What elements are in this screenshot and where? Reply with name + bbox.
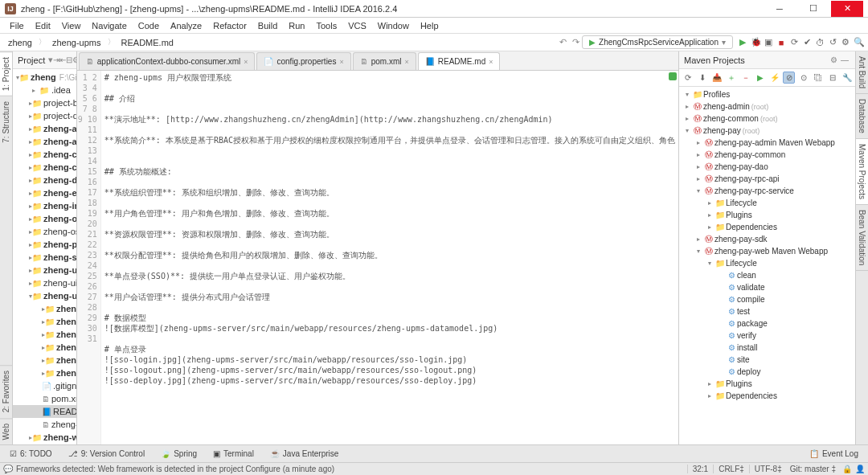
editor-tab[interactable]: 📄config.properties×: [256, 52, 350, 70]
project-tree-item[interactable]: ▸📁zheng-shop: [13, 251, 76, 264]
search-button[interactable]: 🔍: [852, 37, 865, 47]
menu-code[interactable]: Code: [133, 19, 164, 32]
readonly-lock-icon[interactable]: 🔒: [839, 465, 855, 473]
breadcrumb-item[interactable]: zheng-upms: [47, 36, 106, 49]
project-tree-item[interactable]: ▸📁zheng-upms-rpc-service: [13, 354, 76, 366]
project-tree-item[interactable]: ▸📁zheng-pay: [13, 238, 76, 251]
maven-tree-item[interactable]: ⚙install: [679, 342, 855, 354]
vcs-revert-button[interactable]: ↺: [826, 37, 839, 47]
tree-twistie[interactable]: ▸: [705, 392, 714, 399]
close-tab-icon[interactable]: ×: [489, 58, 493, 66]
maven-tree-item[interactable]: ⚙verify: [679, 330, 855, 342]
hector-icon[interactable]: 👤: [855, 465, 865, 473]
project-tree-item[interactable]: ▸📁zheng-upms-common: [13, 315, 76, 328]
menu-view[interactable]: View: [57, 19, 86, 32]
project-tree-item[interactable]: 📄.gitignore: [13, 444, 76, 444]
show-deps-icon[interactable]: ⿻: [812, 72, 824, 84]
maven-tree-item[interactable]: ▾📁Profiles: [679, 88, 855, 100]
maven-tree-item[interactable]: ▸Ⓜzheng-pay-sdk: [679, 233, 855, 245]
tree-twistie[interactable]: ▸: [29, 87, 39, 94]
maven-tool-tab[interactable]: Maven Projects: [856, 139, 868, 205]
project-tree-item[interactable]: ▸📁project-bootstrap: [13, 96, 76, 109]
maven-tree[interactable]: ▾📁Profiles▸Ⓜzheng-admin(root)▸Ⓜzheng-com…: [679, 87, 855, 444]
favorites-tool-tab[interactable]: 2: Favorites: [0, 365, 12, 417]
menu-file[interactable]: File: [5, 19, 29, 32]
project-tree-item[interactable]: ▸📁zheng-common: [13, 161, 76, 174]
reimport-icon[interactable]: ⟳: [682, 72, 694, 84]
maven-tree-item[interactable]: ▸📁Plugins: [679, 209, 855, 221]
tree-twistie[interactable]: ▾: [682, 127, 692, 134]
bottom-tool-tab[interactable]: 🍃Spring: [154, 448, 203, 460]
menu-navigate[interactable]: Navigate: [87, 19, 131, 32]
nav-forward-button[interactable]: ↷: [569, 37, 582, 47]
vcs-commit-button[interactable]: ✔: [800, 37, 813, 47]
gear-icon[interactable]: ⚙: [828, 55, 839, 64]
add-maven-project-icon[interactable]: ＋: [725, 72, 737, 84]
project-structure-button[interactable]: ⚙: [839, 37, 852, 47]
project-root[interactable]: ▾📁zhengF:\GitHub\zheng: [13, 71, 76, 84]
maven-tree-item[interactable]: ⚙clean: [679, 269, 855, 281]
project-tree-item[interactable]: 🗎zheng-upms.iml: [13, 418, 76, 431]
remove-maven-project-icon[interactable]: －: [739, 72, 751, 84]
menu-refactor[interactable]: Refactor: [208, 19, 252, 32]
close-tab-icon[interactable]: ×: [339, 58, 343, 66]
project-tree-item[interactable]: ▸📁zheng-ui: [13, 276, 76, 289]
run-button[interactable]: ▶: [736, 37, 749, 47]
bottom-tool-tab[interactable]: ☑6: TODO: [3, 448, 59, 460]
maven-tree-item[interactable]: ▸📁Lifecycle: [679, 197, 855, 209]
caret-position[interactable]: 32:1: [687, 465, 713, 473]
editor-tab[interactable]: 🗎pom.xml×: [353, 52, 416, 70]
tree-twistie[interactable]: ▸: [694, 163, 703, 170]
maven-tree-item[interactable]: ⚙site: [679, 354, 855, 366]
bottom-tool-tab[interactable]: ▣Terminal: [207, 448, 260, 460]
menu-analyze[interactable]: Analyze: [166, 19, 207, 32]
menu-help[interactable]: Help: [416, 19, 444, 32]
project-tree-item[interactable]: ▸📁zheng-demo: [13, 174, 76, 186]
web-tool-tab[interactable]: Web: [0, 418, 12, 444]
download-sources-icon[interactable]: 📥: [710, 72, 723, 84]
run-maven-icon[interactable]: ▶: [754, 72, 766, 84]
vcs-update-button[interactable]: ⟳: [788, 37, 800, 47]
close-tab-icon[interactable]: ×: [244, 58, 248, 66]
tree-twistie[interactable]: ▸: [694, 151, 703, 158]
bottom-tool-tab[interactable]: ⎇9: Version Control: [62, 448, 152, 460]
project-tree[interactable]: ▾📁zhengF:\GitHub\zheng▸📁.idea▸📁project-b…: [13, 69, 76, 444]
project-tree-item[interactable]: ▸📁zheng-eoms: [13, 186, 76, 199]
debug-button[interactable]: 🐞: [749, 37, 762, 47]
maven-tree-item[interactable]: ▸Ⓜzheng-admin(root): [679, 100, 855, 113]
menu-window[interactable]: Window: [373, 19, 414, 32]
project-tree-item[interactable]: ▾📁zheng-upms: [13, 289, 76, 302]
nav-back-button[interactable]: ↶: [556, 37, 569, 47]
tree-twistie[interactable]: ▸: [705, 380, 714, 387]
project-tree-item[interactable]: 📄.gitignore: [13, 379, 76, 392]
tree-twistie[interactable]: ▸: [694, 139, 703, 146]
execute-goal-icon[interactable]: ⚡: [768, 72, 780, 84]
project-tree-item[interactable]: ▸📁zheng-oa: [13, 212, 76, 225]
project-tree-item[interactable]: ▸📁.idea: [13, 84, 76, 96]
tree-twistie[interactable]: ▸: [705, 211, 714, 219]
tree-twistie[interactable]: ▸: [705, 199, 714, 207]
project-tree-item[interactable]: ▸📁zheng-oss: [13, 225, 76, 238]
maven-tree-item[interactable]: ▸Ⓜzheng-common(root): [679, 113, 855, 125]
close-tab-icon[interactable]: ×: [404, 58, 408, 66]
maven-settings-icon[interactable]: 🔧: [841, 72, 853, 84]
tree-twistie[interactable]: ▸: [705, 223, 714, 231]
maven-tree-item[interactable]: ▸📁Plugins: [679, 378, 855, 390]
tree-twistie[interactable]: ▸: [694, 235, 703, 243]
project-tree-item[interactable]: ▸📁zheng-upms-client: [13, 302, 76, 315]
bean-validation-tool-tab[interactable]: Bean Validation: [856, 205, 868, 271]
project-tree-item[interactable]: ▸📁zheng-upms-rpc-api: [13, 341, 76, 354]
maven-tree-item[interactable]: ▾Ⓜzheng-pay-rpc-service: [679, 185, 855, 197]
maven-tree-item[interactable]: ▸Ⓜzheng-pay-admin Maven Webapp: [679, 137, 855, 149]
generate-sources-icon[interactable]: ⬇: [696, 72, 708, 84]
editor-tab[interactable]: 📘README.md×: [418, 52, 501, 70]
editor-tab[interactable]: 🗎applicationContext-dubbo-consumer.xml×: [79, 52, 256, 70]
project-tree-item[interactable]: 📘README.md: [13, 405, 76, 418]
maven-tree-item[interactable]: ⚙compile: [679, 293, 855, 305]
tree-twistie[interactable]: ▾: [694, 248, 703, 255]
git-branch[interactable]: Git: master ‡: [787, 465, 839, 473]
vcs-history-button[interactable]: ⏱: [813, 38, 826, 47]
maven-tree-item[interactable]: ▾📁Lifecycle: [679, 257, 855, 269]
editor-content[interactable]: # zheng-upms 用户权限管理系统 ## 介绍 **演示地址**: [h…: [101, 71, 678, 444]
tree-twistie[interactable]: ▾: [705, 260, 714, 267]
